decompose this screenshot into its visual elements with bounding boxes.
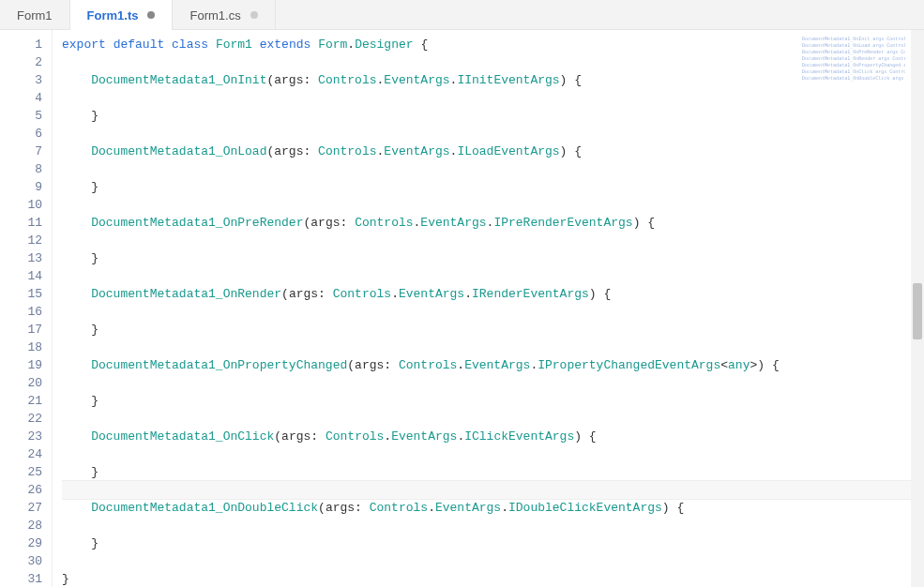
code-line[interactable] (62, 53, 924, 71)
line-number: 13 (0, 249, 42, 267)
tab-form1-cs[interactable]: Form1.cs (173, 0, 275, 30)
code-line[interactable]: } (62, 534, 924, 552)
code-line[interactable]: } (62, 392, 924, 410)
line-number: 30 (0, 552, 42, 570)
code-line[interactable] (62, 445, 924, 463)
line-number: 29 (0, 534, 42, 552)
code-line[interactable] (62, 517, 924, 534)
code-line[interactable]: DocumentMetadata1_OnLoad(args: Controls.… (62, 143, 924, 160)
code-line[interactable] (62, 303, 924, 321)
code-area[interactable]: export default class Form1 extends Form.… (52, 30, 924, 587)
line-number: 10 (0, 196, 42, 214)
code-line[interactable] (62, 196, 924, 214)
line-number: 3 (0, 71, 42, 89)
line-number: 21 (0, 392, 42, 410)
code-line[interactable]: DocumentMetadata1_OnClick(args: Controls… (62, 428, 924, 445)
line-number: 1 (0, 36, 42, 53)
code-line[interactable]: DocumentMetadata1_OnRender(args: Control… (62, 285, 924, 303)
line-number: 19 (0, 356, 42, 374)
code-line[interactable] (62, 339, 924, 356)
scroll-thumb[interactable] (913, 283, 922, 339)
line-number: 23 (0, 428, 42, 445)
line-number: 15 (0, 285, 42, 303)
line-number: 7 (0, 143, 42, 160)
line-number: 27 (0, 499, 42, 517)
line-number: 12 (0, 232, 42, 249)
code-line[interactable]: export default class Form1 extends Form.… (62, 36, 924, 53)
line-number: 31 (0, 570, 42, 587)
code-line[interactable] (62, 232, 924, 249)
line-number: 17 (0, 321, 42, 339)
line-number-gutter: 1234567891011121314151617181920212223242… (0, 30, 52, 587)
line-number: 6 (0, 125, 42, 143)
tab-label: Form1.cs (189, 8, 240, 23)
code-line[interactable] (62, 267, 924, 285)
code-line[interactable]: DocumentMetadata1_OnPreRender(args: Cont… (62, 214, 924, 232)
line-number: 24 (0, 445, 42, 463)
line-number: 9 (0, 178, 42, 196)
line-number: 11 (0, 214, 42, 232)
code-line[interactable]: DocumentMetadata1_OnDoubleClick(args: Co… (62, 499, 924, 517)
code-line[interactable] (62, 89, 924, 107)
code-line[interactable]: } (62, 107, 924, 125)
code-line[interactable] (62, 410, 924, 428)
line-number: 5 (0, 107, 42, 125)
tab-form1-ts[interactable]: Form1.ts (70, 0, 174, 30)
code-line[interactable]: } (62, 178, 924, 196)
line-number: 25 (0, 463, 42, 481)
dirty-indicator-icon (147, 11, 155, 19)
line-number: 20 (0, 374, 42, 392)
line-number: 18 (0, 339, 42, 356)
tab-label: Form1.ts (87, 8, 139, 23)
code-line[interactable]: } (62, 249, 924, 267)
line-number: 16 (0, 303, 42, 321)
code-line[interactable] (62, 125, 924, 143)
line-number: 4 (0, 89, 42, 107)
code-line[interactable] (62, 481, 924, 499)
tab-bar: Form1Form1.tsForm1.cs (0, 0, 924, 30)
code-line[interactable]: DocumentMetadata1_OnInit(args: Controls.… (62, 71, 924, 89)
dirty-indicator-icon (250, 11, 258, 19)
vertical-scrollbar[interactable] (911, 30, 924, 587)
line-number: 14 (0, 267, 42, 285)
line-number: 26 (0, 481, 42, 499)
code-line[interactable] (62, 160, 924, 178)
line-number: 28 (0, 517, 42, 534)
editor: 1234567891011121314151617181920212223242… (0, 30, 924, 587)
line-number: 8 (0, 160, 42, 178)
tab-form1[interactable]: Form1 (0, 0, 70, 30)
code-line[interactable] (62, 552, 924, 570)
code-line[interactable] (62, 374, 924, 392)
code-line[interactable]: } (62, 570, 924, 587)
line-number: 2 (0, 53, 42, 71)
code-line[interactable]: } (62, 463, 924, 481)
tab-label: Form1 (17, 8, 53, 23)
line-number: 22 (0, 410, 42, 428)
code-line[interactable]: DocumentMetadata1_OnPropertyChanged(args… (62, 356, 924, 374)
code-line[interactable]: } (62, 321, 924, 339)
